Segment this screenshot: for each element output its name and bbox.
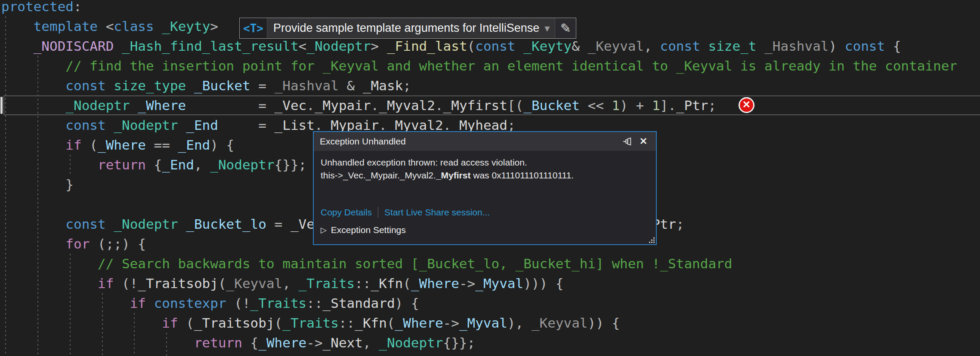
exception-popup-title: Exception Unhandled (320, 136, 621, 147)
exception-popup-titlebar[interactable]: Exception Unhandled ✕ (314, 132, 656, 151)
template-arguments-hint[interactable]: <T> Provide sample template arguments fo… (239, 18, 576, 39)
pin-icon[interactable] (621, 135, 634, 148)
code-line[interactable]: _NODISCARD _Hash_find_last_result<_Nodep… (1, 36, 957, 56)
copy-details-link[interactable]: Copy Details (321, 207, 372, 218)
live-share-link[interactable]: Start Live Share session... (384, 207, 490, 218)
code-editor: protected: template <class _Keyty> _NODI… (0, 0, 980, 356)
exception-popup-body: Unhandled exception thrown: read access … (314, 151, 656, 235)
chevron-down-icon[interactable]: ▾ (544, 18, 555, 38)
current-line-caret-marker (0, 97, 3, 114)
code-line[interactable]: } (1, 353, 957, 356)
code-line[interactable]: if (_Traitsobj(_Traits::_Kfn(_Where->_My… (1, 313, 957, 333)
exception-settings-expander[interactable]: ▷ Exception Settings (321, 225, 649, 235)
exception-settings-label: Exception Settings (331, 225, 406, 235)
current-line-highlight (3, 95, 980, 115)
link-divider (378, 207, 378, 218)
code-line[interactable]: protected: (1, 0, 957, 16)
template-hint-label: Provide sample template arguments for In… (267, 18, 544, 38)
exception-popup: Exception Unhandled ✕ Unhandled exceptio… (313, 131, 657, 245)
code-line[interactable]: const size_type _Bucket = _Hashval & _Ma… (1, 76, 957, 95)
error-x-glyph: ✕ (742, 100, 751, 110)
exception-message-line1: Unhandled exception thrown: read access … (321, 156, 649, 169)
exception-message-line2: this->_Vec._Mypair._Myval2._Myfirst was … (321, 169, 649, 182)
pin-icon-svg (622, 137, 632, 146)
code-line[interactable]: // Search backwards to maintain sorted [… (1, 254, 957, 273)
pencil-icon[interactable]: ✎ (555, 18, 576, 38)
chevron-right-icon: ▷ (321, 225, 327, 235)
close-icon[interactable]: ✕ (637, 135, 650, 148)
resize-grip[interactable] (648, 236, 655, 243)
exception-error-icon[interactable]: ✕ (739, 97, 754, 113)
code-line[interactable]: // find the insertion point for _Keyval … (1, 56, 957, 76)
code-line[interactable]: if (!_Traitsobj(_Keyval, _Traits::_Kfn(_… (1, 273, 957, 293)
code-line[interactable]: return {_Where->_Next, _Nodeptr{}}; (1, 333, 957, 353)
code-line[interactable]: if constexpr (!_Traits::_Standard) { (1, 293, 957, 313)
template-chip-icon: <T> (240, 18, 267, 38)
